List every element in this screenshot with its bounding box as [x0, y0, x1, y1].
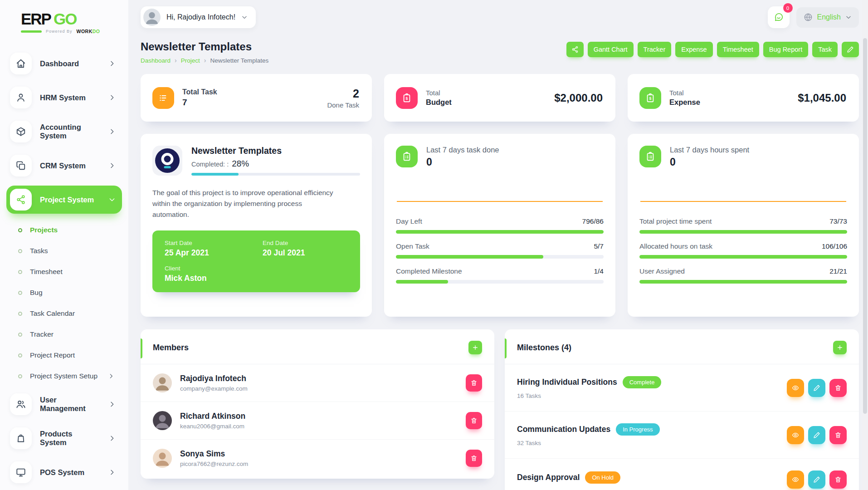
sidebar-item-project-system[interactable]: Project System: [6, 186, 122, 214]
app-root: ERPGO Powered By WORKDO Dashboard HRM Sy…: [0, 0, 868, 490]
sidebar-item-crm-system[interactable]: CRM System: [6, 152, 122, 180]
project-system-submenu: Projects Tasks Timesheet Bug Task Calend…: [6, 220, 128, 387]
edit-milestone-button[interactable]: [808, 426, 825, 444]
edit-milestone-button[interactable]: [808, 470, 825, 489]
project-overview-card: Newsletter Templates Completed: : 28% Th…: [141, 134, 372, 317]
start-date-label: Start Date: [165, 240, 263, 246]
bullet-icon: [18, 312, 22, 316]
milestone-task-count: 32 Tasks: [517, 440, 787, 446]
sidebar-item-projects[interactable]: Projects: [6, 220, 128, 240]
sidebar-item-user-management[interactable]: User Management: [6, 390, 122, 418]
project-title: Newsletter Templates: [191, 146, 360, 156]
total-task-value: 7: [182, 98, 217, 108]
sidebar-item-task-calendar[interactable]: Task Calendar: [6, 303, 128, 324]
member-name: Richard Atkinson: [180, 412, 458, 421]
user-avatar: [143, 9, 161, 26]
delete-member-button[interactable]: [466, 412, 482, 429]
delete-milestone-button[interactable]: [829, 426, 847, 444]
view-milestone-button[interactable]: [787, 426, 804, 444]
task-button[interactable]: Task: [812, 42, 838, 57]
status-badge: On Hold: [585, 471, 620, 484]
layers-icon: [10, 155, 32, 176]
metric-row: Total project time spent73/73: [639, 217, 847, 234]
sidebar-item-dashboard[interactable]: Dashboard: [6, 49, 122, 78]
gantt-chart-button[interactable]: Gantt Chart: [588, 42, 634, 57]
bullet-icon: [18, 374, 22, 378]
view-milestone-button[interactable]: [787, 379, 804, 397]
view-milestone-button[interactable]: [787, 470, 804, 489]
completed-label: Completed: :: [191, 161, 229, 168]
sidebar-item-project-system-setup[interactable]: Project System Setup: [6, 366, 128, 387]
breadcrumb-separator: ›: [175, 57, 177, 64]
member-row: Rajodiya Infotech company@example.com: [141, 364, 494, 402]
chevron-right-icon: [108, 469, 116, 476]
start-date-value: 25 Apr 2021: [165, 248, 263, 258]
progress-fill: [396, 280, 448, 284]
member-avatar: [153, 373, 172, 392]
chevron-down-icon: [108, 196, 116, 203]
progress-track: [396, 280, 604, 284]
chevron-down-icon: [845, 14, 852, 20]
bug-report-button[interactable]: Bug Report: [763, 42, 808, 57]
sidebar-item-tasks[interactable]: Tasks: [6, 240, 128, 261]
sidebar: ERPGO Powered By WORKDO Dashboard HRM Sy…: [0, 0, 128, 490]
hours-metrics-card: Last 7 days hours spent 0 Total project …: [628, 134, 859, 317]
total-task-card: Total Task 7 2 Done Task: [141, 74, 372, 122]
bag-icon: [10, 427, 32, 449]
sidebar-item-bug[interactable]: Bug: [6, 282, 128, 303]
timesheet-button[interactable]: Timesheet: [717, 42, 759, 57]
progress-fill: [639, 255, 847, 259]
expense-clipboard-icon: [639, 87, 661, 109]
share-button[interactable]: [566, 42, 584, 57]
end-date-label: End Date: [263, 240, 348, 246]
progress-fill: [396, 255, 543, 259]
member-avatar: [153, 411, 172, 430]
sidebar-item-tracker[interactable]: Tracker: [6, 324, 128, 345]
breadcrumb-separator: ›: [204, 57, 206, 64]
milestone-name: Communication Updates: [517, 425, 610, 434]
add-milestone-button[interactable]: [833, 341, 847, 354]
budget-label: Budget: [426, 98, 452, 107]
user-icon: [10, 87, 32, 108]
edit-button[interactable]: [842, 42, 859, 57]
sidebar-item-accounting-system[interactable]: Accounting System: [6, 118, 122, 146]
monitor-icon: [10, 461, 32, 483]
user-menu[interactable]: Hi, Rajodiya Infotech!: [141, 6, 256, 28]
add-member-button[interactable]: [468, 341, 482, 354]
tracker-button[interactable]: Tracker: [638, 42, 672, 57]
breadcrumb-project[interactable]: Project: [181, 57, 200, 64]
chevron-right-icon: [108, 401, 116, 408]
member-email: picora7662@rezunz.com: [180, 461, 458, 467]
expense-button[interactable]: Expense: [675, 42, 712, 57]
sidebar-item-project-report[interactable]: Project Report: [6, 345, 128, 366]
home-icon: [10, 53, 32, 74]
sidebar-item-hrm-system[interactable]: HRM System: [6, 83, 122, 112]
member-email: keanu2006@gmail.com: [180, 423, 458, 430]
expense-label: Expense: [669, 98, 700, 107]
sidebar-item-products-system[interactable]: Products System: [6, 424, 122, 452]
chevron-right-icon: [108, 60, 116, 67]
delete-member-button[interactable]: [466, 374, 482, 392]
main-content: Hi, Rajodiya Infotech! 0 English Newslet…: [128, 0, 868, 490]
page-title: Newsletter Templates: [141, 40, 268, 53]
done-task-value: 2: [327, 87, 359, 100]
messages-button[interactable]: 0: [768, 6, 790, 28]
progress-track: [396, 255, 604, 259]
scrollbar-thumb[interactable]: [863, 38, 867, 414]
page-scrollbar[interactable]: [862, 0, 868, 490]
members-title: Members: [153, 343, 189, 353]
delete-milestone-button[interactable]: [829, 470, 847, 489]
sidebar-item-timesheet[interactable]: Timesheet: [6, 261, 128, 282]
stats-row: Total Task 7 2 Done Task Total Budget: [141, 74, 859, 122]
budget-label-top: Total: [426, 89, 452, 97]
language-selector[interactable]: English: [796, 7, 859, 28]
sidebar-item-pos-system[interactable]: POS System: [6, 458, 122, 486]
bullet-icon: [18, 228, 22, 232]
breadcrumb-dashboard[interactable]: Dashboard: [141, 57, 171, 64]
progress-track: [639, 255, 847, 259]
member-name: Sonya Sims: [180, 449, 458, 459]
delete-milestone-button[interactable]: [829, 379, 847, 397]
page-toolbar: Gantt Chart Tracker Expense Timesheet Bu…: [566, 42, 859, 57]
edit-milestone-button[interactable]: [808, 379, 825, 397]
delete-member-button[interactable]: [466, 450, 482, 467]
